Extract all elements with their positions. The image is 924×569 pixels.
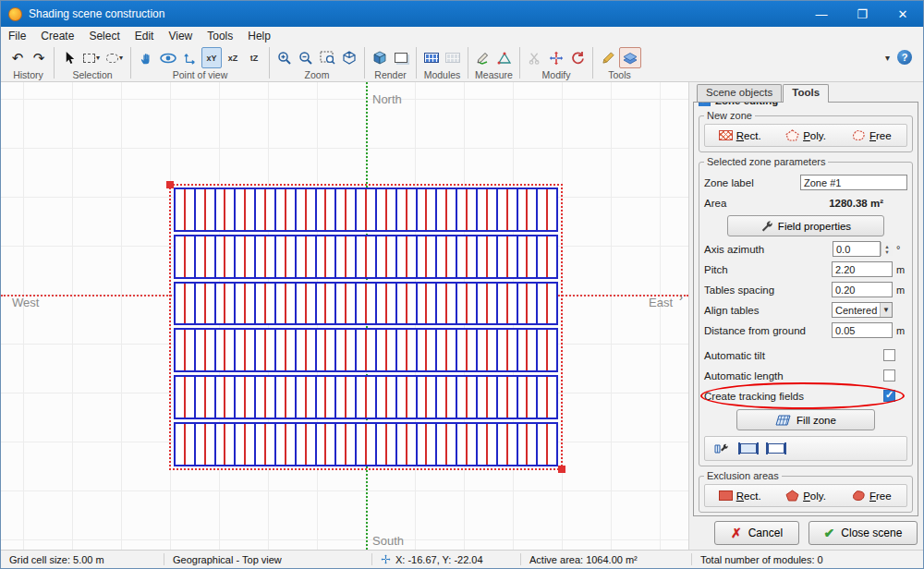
move-button[interactable] — [546, 47, 566, 68]
zoom-out-button[interactable] — [296, 47, 316, 68]
tracker-table[interactable] — [334, 188, 357, 232]
close-button[interactable]: ✕ — [882, 1, 923, 27]
tracker-table[interactable] — [435, 282, 457, 326]
tracker-table[interactable] — [315, 188, 337, 232]
tracker-table[interactable] — [254, 235, 276, 279]
tracker-table[interactable] — [274, 282, 297, 326]
tracker-table[interactable] — [274, 422, 297, 466]
toolbar-overflow-button[interactable]: ▾ — [885, 53, 890, 63]
tracker-table[interactable] — [536, 328, 558, 372]
tracker-table[interactable] — [214, 375, 237, 419]
orbit-button[interactable] — [157, 47, 179, 68]
rotate-button[interactable] — [567, 47, 588, 68]
undo-button[interactable]: ↶ — [7, 47, 28, 68]
menu-help[interactable]: Help — [240, 28, 278, 44]
cancel-button[interactable]: ✗ Cancel — [714, 521, 799, 545]
tracker-table[interactable] — [435, 328, 457, 372]
distance-ground-input[interactable]: 0.05 — [832, 322, 893, 338]
create-tracking-fields-checkbox[interactable] — [883, 390, 895, 402]
tracker-table[interactable] — [476, 188, 498, 232]
modules-edit-button[interactable] — [443, 47, 463, 68]
align-tables-select[interactable]: Centered ▼ — [832, 302, 893, 318]
tracker-table[interactable] — [496, 235, 518, 279]
rect-select-button[interactable]: ▾ — [80, 47, 103, 68]
tables-spacing-input[interactable]: 0.20 — [832, 282, 893, 297]
tracker-table[interactable] — [254, 188, 276, 232]
menu-view[interactable]: View — [161, 28, 200, 44]
tracker-table[interactable] — [536, 375, 558, 419]
new-zone-poly-button[interactable]: Poly. — [772, 127, 838, 144]
tracker-table[interactable] — [194, 422, 216, 466]
tracker-table[interactable] — [295, 188, 317, 232]
tracker-table[interactable] — [194, 328, 216, 372]
tables-width-align-button[interactable] — [736, 440, 760, 457]
tracker-table[interactable] — [476, 328, 498, 372]
tracker-table[interactable] — [435, 188, 457, 232]
tracker-table[interactable] — [274, 235, 297, 279]
tracker-table[interactable] — [496, 422, 518, 466]
zone-label-input[interactable]: Zone #1 — [800, 175, 907, 190]
new-zone-free-button[interactable]: Free — [839, 127, 905, 144]
tracker-table[interactable] — [234, 282, 256, 326]
tracker-table[interactable] — [315, 422, 337, 466]
table-edit-tool-button[interactable] — [709, 440, 733, 457]
tracker-table[interactable] — [517, 328, 539, 372]
tracker-table[interactable] — [194, 235, 216, 279]
menu-select[interactable]: Select — [81, 28, 127, 44]
fill-zone-button[interactable]: Fill zone — [736, 409, 875, 430]
tracker-table[interactable] — [456, 328, 478, 372]
modules-layout-button[interactable] — [421, 47, 442, 68]
tracker-table[interactable] — [194, 375, 216, 419]
zone-handle-bottom-right[interactable] — [558, 466, 565, 473]
tracker-table[interactable] — [416, 328, 438, 372]
tracker-table[interactable] — [355, 235, 377, 279]
view-top-xy-button[interactable]: xY — [201, 47, 222, 68]
tracker-table[interactable] — [517, 422, 539, 466]
tracker-table[interactable] — [295, 328, 317, 372]
axis-azimuth-input[interactable]: 0.0 — [833, 241, 881, 257]
automatic-length-checkbox[interactable] — [883, 369, 895, 381]
tracker-table[interactable] — [395, 235, 418, 279]
measure-draw-button[interactable] — [473, 47, 493, 68]
tracker-table[interactable] — [395, 375, 418, 419]
tracker-table[interactable] — [476, 282, 498, 326]
tracker-table[interactable] — [496, 328, 518, 372]
tracker-table[interactable] — [234, 375, 256, 419]
new-zone-rect-button[interactable]: Rect. — [707, 127, 772, 144]
render-flat-button[interactable] — [391, 47, 411, 68]
tracker-table[interactable] — [334, 422, 357, 466]
tracker-table[interactable] — [295, 375, 317, 419]
tracker-table[interactable] — [315, 375, 337, 419]
tracker-table[interactable] — [395, 328, 418, 372]
tables-pitch-align-button[interactable] — [764, 440, 788, 457]
scene-canvas[interactable]: North South West East › — [1, 82, 689, 550]
tracker-table[interactable] — [174, 282, 196, 326]
tracker-table[interactable] — [174, 235, 196, 279]
menu-file[interactable]: File — [1, 28, 33, 44]
tracker-table[interactable] — [274, 375, 297, 419]
tracker-table[interactable] — [456, 282, 478, 326]
tracker-table[interactable] — [315, 328, 337, 372]
tracker-table[interactable] — [517, 188, 539, 232]
tracker-table[interactable] — [355, 328, 377, 372]
tracker-table[interactable] — [315, 282, 337, 326]
tracker-table[interactable] — [174, 328, 196, 372]
tracker-table[interactable] — [536, 188, 558, 232]
tracker-table[interactable] — [194, 188, 216, 232]
tracker-table[interactable] — [375, 422, 397, 466]
tracker-table[interactable] — [234, 188, 256, 232]
exclusion-free-button[interactable]: Free — [839, 487, 905, 504]
tracker-table[interactable] — [214, 282, 237, 326]
panel-expand-arrow[interactable]: › — [679, 291, 683, 304]
view-side-tz-button[interactable]: tZ — [244, 47, 264, 68]
exclusion-poly-button[interactable]: Poly. — [772, 487, 838, 504]
menu-edit[interactable]: Edit — [128, 28, 162, 44]
tracker-table[interactable] — [456, 375, 478, 419]
lasso-select-button[interactable]: ▾ — [103, 47, 126, 68]
tracker-table[interactable] — [517, 235, 539, 279]
tracker-table[interactable] — [254, 422, 276, 466]
tracker-table[interactable] — [234, 328, 256, 372]
tracker-table[interactable] — [214, 328, 237, 372]
tracker-table[interactable] — [234, 422, 256, 466]
measure-angle-button[interactable] — [494, 47, 515, 68]
